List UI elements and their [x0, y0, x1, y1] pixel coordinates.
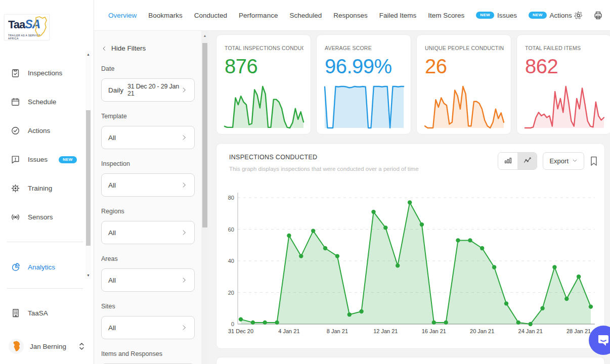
export-button[interactable]: Export	[543, 152, 584, 170]
svg-text:60: 60	[228, 226, 234, 233]
tab-label: Responses	[333, 12, 368, 19]
chart-title: INSPECTIONS CONDUCTED	[229, 154, 317, 161]
bar-chart-toggle-button[interactable]	[498, 153, 517, 169]
line-chart-icon	[523, 156, 532, 166]
filter-sites-selector[interactable]: All	[101, 316, 195, 339]
stat-card-label: UNIQUE PEOPLE CONDUCTIN...	[425, 45, 504, 51]
stat-card-average-score[interactable]: AVERAGE SCORE96.99%	[316, 34, 411, 134]
filter-regions-selector[interactable]: All	[101, 221, 195, 244]
filter-label: Date	[101, 65, 208, 72]
stat-card-total-failed-items[interactable]: TOTAL FAILED ITEMS862	[516, 34, 610, 134]
filters-scrollbar-thumb[interactable]	[202, 43, 207, 228]
filter-label: Template	[101, 113, 208, 120]
tab-label: Issues	[497, 12, 517, 19]
filter-inspection-selector[interactable]: All	[101, 173, 195, 197]
tab-conducted[interactable]: Conducted	[194, 12, 227, 19]
tab-issues[interactable]: NEWIssues	[476, 12, 517, 19]
svg-text:20: 20	[228, 290, 234, 296]
company-logo[interactable]: TaaSA TRAILER AS A SERVICE AFRICA	[4, 14, 50, 40]
export-label: Export	[549, 157, 569, 165]
svg-text:4 Jan 21: 4 Jan 21	[278, 328, 299, 334]
tab-scheduled[interactable]: Scheduled	[289, 12, 322, 19]
print-icon[interactable]	[593, 11, 603, 20]
chevron-up-down-icon[interactable]	[78, 341, 85, 351]
sidebar-item-inspections[interactable]: Inspections	[0, 59, 86, 87]
svg-text:16 Jan 21: 16 Jan 21	[422, 328, 446, 334]
bookmark-icon[interactable]	[590, 156, 598, 166]
sidebar-item-label: Analytics	[28, 263, 55, 271]
chevron-right-icon	[181, 229, 188, 236]
org-icon	[11, 308, 21, 318]
stat-sparkline	[524, 81, 605, 130]
sidebar-item-jan-berning[interactable]: Jan Berning	[0, 335, 94, 358]
sidebar-item-actions[interactable]: Actions	[0, 116, 86, 145]
filter-group-inspection: InspectionAll	[101, 160, 208, 197]
logo-text: TaaSA	[8, 18, 47, 32]
chart-type-toggle	[498, 152, 537, 170]
sidebar-scrollbar-thumb[interactable]	[86, 110, 91, 246]
hide-filters-button[interactable]: Hide Filters	[101, 44, 208, 52]
sidebar-item-label: TaaSA	[28, 309, 48, 317]
sidebar-item-taasa[interactable]: TaaSA	[0, 301, 94, 325]
sidebar-item-label: Issues	[28, 156, 48, 163]
filter-template-selector[interactable]: All	[101, 126, 195, 149]
filter-group-template: TemplateAll	[101, 113, 208, 149]
schedule-icon	[11, 97, 20, 107]
sidebar-item-sensors[interactable]: Sensors	[0, 203, 86, 232]
filter-group-date: DateDaily31 Dec 20 - 29 Jan 21	[101, 65, 208, 102]
sidebar-item-schedule[interactable]: Schedule	[0, 87, 86, 116]
sidebar-divider	[7, 242, 83, 242]
chevron-down-icon	[572, 157, 578, 165]
sidebar-nav: InspectionsScheduleActionsIssuesNEWTrain…	[0, 59, 86, 282]
settings-gear-icon[interactable]	[574, 11, 583, 20]
sidebar-item-training[interactable]: Training	[0, 174, 86, 203]
stat-card-value: 26	[425, 55, 504, 78]
tab-overview[interactable]: Overview	[108, 12, 137, 19]
tab-item-scores[interactable]: Item Scores	[428, 12, 464, 19]
actions-icon	[11, 126, 20, 135]
hide-filters-label: Hide Filters	[111, 44, 146, 52]
tab-failed-items[interactable]: Failed Items	[379, 12, 417, 19]
tab-responses[interactable]: Responses	[333, 12, 368, 19]
sidebar-item-label: Inspections	[28, 69, 62, 77]
chart-subtitle: This graph displays inspections that wer…	[229, 166, 419, 172]
scroll-up-arrow-icon[interactable]: ▲	[201, 34, 208, 37]
filter-areas-selector[interactable]: All	[101, 268, 195, 292]
stat-cards: TOTAL INSPECTIONS CONDUCT876AVERAGE SCOR…	[216, 34, 610, 134]
scroll-down-arrow-icon[interactable]: ▼	[85, 274, 91, 277]
svg-text:28 Jan 21: 28 Jan 21	[567, 328, 591, 334]
tab-label: Scheduled	[289, 12, 322, 19]
stat-card-total-inspections-conduct[interactable]: TOTAL INSPECTIONS CONDUCT876	[216, 34, 311, 134]
svg-text:8 Jan 21: 8 Jan 21	[327, 328, 348, 334]
filter-value: All	[108, 181, 116, 189]
tab-label: Item Scores	[428, 12, 464, 19]
stat-card-label: TOTAL INSPECTIONS CONDUCT	[225, 45, 303, 51]
filter-value: All	[108, 134, 116, 142]
inspections-conducted-chart: 02040608031 Dec 204 Jan 218 Jan 2112 Jan…	[222, 180, 598, 339]
filter-value: Daily	[108, 86, 123, 94]
filters-panel: Hide Filters DateDaily31 Dec 20 - 29 Jan…	[94, 31, 208, 364]
africa-outline-icon	[31, 16, 48, 38]
scroll-up-arrow-icon[interactable]: ▲	[85, 53, 91, 56]
stat-card-unique-people-conductin[interactable]: UNIQUE PEOPLE CONDUCTIN...26	[416, 34, 511, 134]
new-badge: NEW	[476, 12, 494, 19]
chat-bubble-icon	[596, 333, 610, 348]
tab-label: Failed Items	[379, 12, 417, 19]
filter-label: Inspection	[101, 160, 208, 167]
new-badge: NEW	[59, 156, 77, 163]
app-root: TaaSA TRAILER AS A SERVICE AFRICA Inspec…	[0, 0, 610, 364]
tab-label: Conducted	[194, 12, 227, 19]
filter-date-selector[interactable]: Daily31 Dec 20 - 29 Jan 21	[101, 78, 195, 102]
sidebar-item-label: Schedule	[28, 98, 56, 106]
sidebar-item-analytics[interactable]: Analytics	[0, 253, 86, 282]
tab-performance[interactable]: Performance	[239, 12, 278, 19]
filter-groups: DateDaily31 Dec 20 - 29 Jan 21TemplateAl…	[101, 65, 208, 364]
tab-bookmarks[interactable]: Bookmarks	[148, 12, 183, 19]
user-avatar	[9, 339, 24, 354]
sidebar-item-issues[interactable]: IssuesNEW	[0, 145, 86, 174]
tab-label: Performance	[239, 12, 278, 19]
line-chart-toggle-button[interactable]	[517, 153, 537, 169]
filters-scrollbar[interactable]: ▲	[201, 31, 208, 364]
sidebar-scrollbar[interactable]: ▲ ▼	[85, 51, 91, 279]
tab-actions[interactable]: NEWActions	[529, 12, 572, 19]
